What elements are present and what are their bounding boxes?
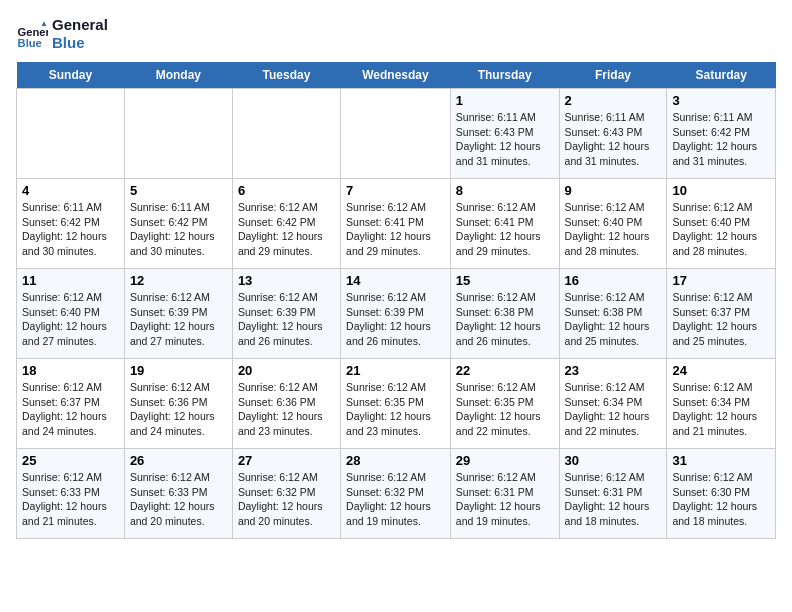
day-info: Sunrise: 6:11 AM Sunset: 6:42 PM Dayligh… <box>22 200 119 259</box>
day-info: Sunrise: 6:12 AM Sunset: 6:33 PM Dayligh… <box>130 470 227 529</box>
logo-icon: General Blue <box>16 18 48 50</box>
day-number: 21 <box>346 363 445 378</box>
day-info: Sunrise: 6:12 AM Sunset: 6:30 PM Dayligh… <box>672 470 770 529</box>
calendar-body: 1Sunrise: 6:11 AM Sunset: 6:43 PM Daylig… <box>17 89 776 539</box>
day-info: Sunrise: 6:12 AM Sunset: 6:34 PM Dayligh… <box>565 380 662 439</box>
day-cell: 12Sunrise: 6:12 AM Sunset: 6:39 PM Dayli… <box>124 269 232 359</box>
day-info: Sunrise: 6:11 AM Sunset: 6:42 PM Dayligh… <box>130 200 227 259</box>
calendar-table: SundayMondayTuesdayWednesdayThursdayFrid… <box>16 62 776 539</box>
day-cell: 20Sunrise: 6:12 AM Sunset: 6:36 PM Dayli… <box>232 359 340 449</box>
day-info: Sunrise: 6:12 AM Sunset: 6:40 PM Dayligh… <box>565 200 662 259</box>
day-cell: 14Sunrise: 6:12 AM Sunset: 6:39 PM Dayli… <box>341 269 451 359</box>
day-cell <box>232 89 340 179</box>
day-number: 18 <box>22 363 119 378</box>
day-cell: 7Sunrise: 6:12 AM Sunset: 6:41 PM Daylig… <box>341 179 451 269</box>
page-header: General Blue General Blue <box>16 16 776 52</box>
day-cell: 16Sunrise: 6:12 AM Sunset: 6:38 PM Dayli… <box>559 269 667 359</box>
day-info: Sunrise: 6:12 AM Sunset: 6:33 PM Dayligh… <box>22 470 119 529</box>
day-info: Sunrise: 6:12 AM Sunset: 6:31 PM Dayligh… <box>565 470 662 529</box>
day-cell: 27Sunrise: 6:12 AM Sunset: 6:32 PM Dayli… <box>232 449 340 539</box>
logo-text-general: General <box>52 16 108 34</box>
day-number: 10 <box>672 183 770 198</box>
day-number: 19 <box>130 363 227 378</box>
week-row-3: 11Sunrise: 6:12 AM Sunset: 6:40 PM Dayli… <box>17 269 776 359</box>
day-cell: 15Sunrise: 6:12 AM Sunset: 6:38 PM Dayli… <box>450 269 559 359</box>
day-number: 13 <box>238 273 335 288</box>
weekday-thursday: Thursday <box>450 62 559 89</box>
day-info: Sunrise: 6:12 AM Sunset: 6:32 PM Dayligh… <box>346 470 445 529</box>
day-cell: 23Sunrise: 6:12 AM Sunset: 6:34 PM Dayli… <box>559 359 667 449</box>
day-info: Sunrise: 6:12 AM Sunset: 6:40 PM Dayligh… <box>22 290 119 349</box>
day-info: Sunrise: 6:12 AM Sunset: 6:35 PM Dayligh… <box>456 380 554 439</box>
day-cell: 9Sunrise: 6:12 AM Sunset: 6:40 PM Daylig… <box>559 179 667 269</box>
weekday-sunday: Sunday <box>17 62 125 89</box>
day-info: Sunrise: 6:12 AM Sunset: 6:37 PM Dayligh… <box>672 290 770 349</box>
week-row-2: 4Sunrise: 6:11 AM Sunset: 6:42 PM Daylig… <box>17 179 776 269</box>
day-info: Sunrise: 6:12 AM Sunset: 6:42 PM Dayligh… <box>238 200 335 259</box>
day-number: 6 <box>238 183 335 198</box>
day-number: 16 <box>565 273 662 288</box>
day-cell: 2Sunrise: 6:11 AM Sunset: 6:43 PM Daylig… <box>559 89 667 179</box>
weekday-tuesday: Tuesday <box>232 62 340 89</box>
day-info: Sunrise: 6:11 AM Sunset: 6:42 PM Dayligh… <box>672 110 770 169</box>
day-cell: 17Sunrise: 6:12 AM Sunset: 6:37 PM Dayli… <box>667 269 776 359</box>
day-cell: 4Sunrise: 6:11 AM Sunset: 6:42 PM Daylig… <box>17 179 125 269</box>
day-info: Sunrise: 6:12 AM Sunset: 6:41 PM Dayligh… <box>456 200 554 259</box>
day-info: Sunrise: 6:12 AM Sunset: 6:40 PM Dayligh… <box>672 200 770 259</box>
day-info: Sunrise: 6:12 AM Sunset: 6:32 PM Dayligh… <box>238 470 335 529</box>
day-cell: 22Sunrise: 6:12 AM Sunset: 6:35 PM Dayli… <box>450 359 559 449</box>
day-cell: 13Sunrise: 6:12 AM Sunset: 6:39 PM Dayli… <box>232 269 340 359</box>
day-number: 17 <box>672 273 770 288</box>
day-info: Sunrise: 6:12 AM Sunset: 6:38 PM Dayligh… <box>565 290 662 349</box>
logo: General Blue General Blue <box>16 16 108 52</box>
day-cell <box>17 89 125 179</box>
day-cell <box>124 89 232 179</box>
day-cell <box>341 89 451 179</box>
day-number: 15 <box>456 273 554 288</box>
svg-text:Blue: Blue <box>18 37 42 49</box>
day-info: Sunrise: 6:12 AM Sunset: 6:37 PM Dayligh… <box>22 380 119 439</box>
week-row-1: 1Sunrise: 6:11 AM Sunset: 6:43 PM Daylig… <box>17 89 776 179</box>
day-cell: 18Sunrise: 6:12 AM Sunset: 6:37 PM Dayli… <box>17 359 125 449</box>
day-info: Sunrise: 6:12 AM Sunset: 6:31 PM Dayligh… <box>456 470 554 529</box>
day-cell: 10Sunrise: 6:12 AM Sunset: 6:40 PM Dayli… <box>667 179 776 269</box>
day-info: Sunrise: 6:12 AM Sunset: 6:39 PM Dayligh… <box>238 290 335 349</box>
day-number: 1 <box>456 93 554 108</box>
day-number: 20 <box>238 363 335 378</box>
day-number: 25 <box>22 453 119 468</box>
day-info: Sunrise: 6:12 AM Sunset: 6:39 PM Dayligh… <box>346 290 445 349</box>
day-info: Sunrise: 6:12 AM Sunset: 6:39 PM Dayligh… <box>130 290 227 349</box>
day-number: 23 <box>565 363 662 378</box>
day-cell: 11Sunrise: 6:12 AM Sunset: 6:40 PM Dayli… <box>17 269 125 359</box>
day-number: 5 <box>130 183 227 198</box>
day-number: 31 <box>672 453 770 468</box>
day-info: Sunrise: 6:12 AM Sunset: 6:35 PM Dayligh… <box>346 380 445 439</box>
day-cell: 6Sunrise: 6:12 AM Sunset: 6:42 PM Daylig… <box>232 179 340 269</box>
logo-text-blue: Blue <box>52 34 108 52</box>
day-cell: 31Sunrise: 6:12 AM Sunset: 6:30 PM Dayli… <box>667 449 776 539</box>
day-cell: 24Sunrise: 6:12 AM Sunset: 6:34 PM Dayli… <box>667 359 776 449</box>
day-info: Sunrise: 6:12 AM Sunset: 6:34 PM Dayligh… <box>672 380 770 439</box>
day-cell: 25Sunrise: 6:12 AM Sunset: 6:33 PM Dayli… <box>17 449 125 539</box>
day-number: 12 <box>130 273 227 288</box>
day-number: 14 <box>346 273 445 288</box>
day-cell: 5Sunrise: 6:11 AM Sunset: 6:42 PM Daylig… <box>124 179 232 269</box>
day-info: Sunrise: 6:11 AM Sunset: 6:43 PM Dayligh… <box>565 110 662 169</box>
day-cell: 28Sunrise: 6:12 AM Sunset: 6:32 PM Dayli… <box>341 449 451 539</box>
day-number: 3 <box>672 93 770 108</box>
day-cell: 26Sunrise: 6:12 AM Sunset: 6:33 PM Dayli… <box>124 449 232 539</box>
day-number: 26 <box>130 453 227 468</box>
day-cell: 29Sunrise: 6:12 AM Sunset: 6:31 PM Dayli… <box>450 449 559 539</box>
weekday-monday: Monday <box>124 62 232 89</box>
day-cell: 8Sunrise: 6:12 AM Sunset: 6:41 PM Daylig… <box>450 179 559 269</box>
week-row-5: 25Sunrise: 6:12 AM Sunset: 6:33 PM Dayli… <box>17 449 776 539</box>
day-number: 27 <box>238 453 335 468</box>
day-number: 4 <box>22 183 119 198</box>
day-number: 24 <box>672 363 770 378</box>
day-cell: 1Sunrise: 6:11 AM Sunset: 6:43 PM Daylig… <box>450 89 559 179</box>
day-info: Sunrise: 6:11 AM Sunset: 6:43 PM Dayligh… <box>456 110 554 169</box>
day-info: Sunrise: 6:12 AM Sunset: 6:36 PM Dayligh… <box>130 380 227 439</box>
svg-text:General: General <box>18 26 48 38</box>
day-number: 7 <box>346 183 445 198</box>
day-number: 9 <box>565 183 662 198</box>
